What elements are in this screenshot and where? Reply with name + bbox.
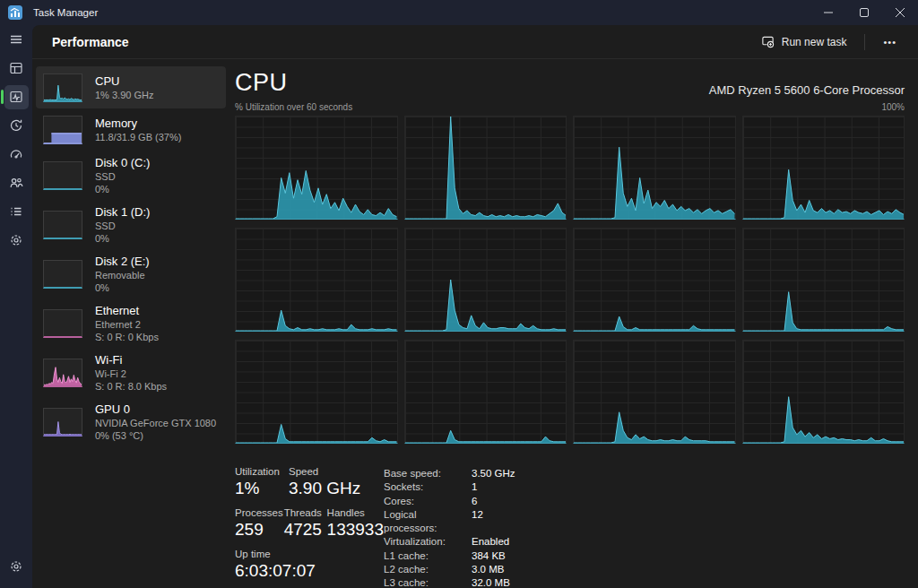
resource-item-wifi[interactable]: Wi-Fi Wi-Fi 2 S: 0 R: 8.0 Kbps xyxy=(36,348,226,397)
resource-item-disk2[interactable]: Disk 2 (E:) Removable 0% xyxy=(36,249,226,298)
logical-processor-graph[interactable] xyxy=(573,340,736,444)
resource-list: CPU 1% 3.90 GHz Memory 11.8/31.9 GB (37%… xyxy=(36,59,226,588)
cpu-utilization-area xyxy=(574,341,735,443)
settings-gear-icon xyxy=(9,559,23,574)
resource-subtitle: 11.8/31.9 GB (37%) xyxy=(95,131,181,143)
resource-title: Wi-Fi xyxy=(95,353,167,368)
spec-value: Enabled xyxy=(472,535,509,549)
logical-processor-graph[interactable] xyxy=(742,340,905,444)
disk2-thumbnail xyxy=(43,260,82,289)
spec-label: Cores: xyxy=(384,495,470,508)
logical-processor-graph[interactable] xyxy=(235,116,398,220)
sidebar-item-app-history[interactable] xyxy=(0,111,32,140)
sidebar-item-processes[interactable] xyxy=(0,54,32,82)
resource-title: Disk 0 (C:) xyxy=(95,156,150,170)
spec-label: L1 cache: xyxy=(384,549,470,563)
run-new-task-label: Run new task xyxy=(782,36,847,48)
wifi-sparkline xyxy=(44,359,82,385)
spec-label: Logical processors: xyxy=(384,508,470,536)
stat-label: Speed xyxy=(289,465,360,478)
logical-processor-graph[interactable] xyxy=(404,340,567,444)
cpu-utilization-area xyxy=(743,117,905,219)
spec-label: L2 cache: xyxy=(384,563,470,576)
sidebar-item-performance[interactable] xyxy=(0,82,32,111)
handles-value: 133933 xyxy=(327,519,384,540)
utilization-value: 1% xyxy=(235,478,289,498)
stat-label: Utilization xyxy=(235,465,289,478)
logical-processor-graph[interactable] xyxy=(404,228,567,332)
cpu-utilization-area xyxy=(405,341,567,443)
resource-item-disk1[interactable]: Disk 1 (D:) SSD 0% xyxy=(36,200,226,249)
cpu-stats: Utilization 1% Speed 3.90 GHz Processes … xyxy=(235,465,905,588)
app-icon xyxy=(8,5,22,20)
resource-heading: CPU xyxy=(235,68,288,97)
close-button[interactable] xyxy=(882,0,918,25)
header-divider xyxy=(864,34,865,50)
stat-label: Handles xyxy=(327,506,384,519)
details-list-icon xyxy=(9,204,23,219)
menu-toggle-button[interactable] xyxy=(0,25,32,54)
resource-item-cpu[interactable]: CPU 1% 3.90 GHz xyxy=(36,66,226,108)
task-manager-window: Task Manager xyxy=(0,0,918,588)
title-bar: Task Manager xyxy=(0,0,918,25)
stat-label: Up time xyxy=(235,548,316,560)
history-clock-icon xyxy=(9,118,23,133)
performance-icon xyxy=(9,90,23,104)
resource-title: Disk 1 (D:) xyxy=(95,205,150,220)
sidebar-item-startup-apps[interactable] xyxy=(0,140,32,169)
run-new-task-button[interactable]: Run new task xyxy=(752,30,856,53)
resource-item-gpu0[interactable]: GPU 0 NVIDIA GeForce GTX 1080 0% (53 °C) xyxy=(36,397,226,446)
spec-value: 1 xyxy=(472,480,477,494)
cpu-utilization-area xyxy=(574,229,735,331)
spec-value: 12 xyxy=(472,508,483,536)
processes-icon xyxy=(9,61,23,75)
page-header: Performance Run new task ••• xyxy=(32,25,918,59)
resource-item-disk0[interactable]: Disk 0 (C:) SSD 0% xyxy=(36,151,226,200)
gpu-sparkline xyxy=(44,409,82,435)
sidebar-item-services[interactable] xyxy=(0,226,32,255)
resource-item-memory[interactable]: Memory 11.8/31.9 GB (37%) xyxy=(36,108,226,151)
resource-title: Ethernet xyxy=(95,304,159,318)
cpu-utilization-area xyxy=(743,229,905,331)
resource-subtitle: 1% 3.90 GHz xyxy=(95,89,153,101)
logical-processor-graph[interactable] xyxy=(742,116,905,220)
sidebar-item-details[interactable] xyxy=(0,197,32,226)
processes-value: 259 xyxy=(235,519,284,540)
memory-composition-graph xyxy=(44,117,82,143)
logical-processor-graph[interactable] xyxy=(235,340,398,444)
resource-item-ethernet[interactable]: Ethernet Ethernet 2 S: 0 R: 0 Kbps xyxy=(36,298,226,348)
threads-value: 4725 xyxy=(284,519,327,540)
minimize-button[interactable] xyxy=(810,0,846,25)
navigation-rail xyxy=(0,25,32,588)
services-gear-icon xyxy=(9,233,23,247)
resource-title: Disk 2 (E:) xyxy=(95,255,150,269)
cpu-utilization-area xyxy=(743,341,905,443)
cpu-utilization-area xyxy=(574,117,735,219)
cpu-utilization-area xyxy=(405,229,567,331)
disk1-thumbnail xyxy=(43,211,82,239)
resource-title: GPU 0 xyxy=(95,402,216,417)
logical-processor-graph[interactable] xyxy=(573,116,736,220)
spec-value: 32.0 MB xyxy=(472,576,510,588)
logical-processor-graph[interactable] xyxy=(573,228,736,332)
memory-thumbnail xyxy=(43,116,82,144)
spec-value: 384 KB xyxy=(472,549,506,563)
cpu-utilization-area xyxy=(236,117,397,219)
resource-title: Memory xyxy=(95,117,181,131)
spec-value: 3.0 MB xyxy=(472,563,504,576)
hamburger-icon xyxy=(9,32,23,47)
chart-axis-label: % Utilization over 60 seconds xyxy=(235,102,352,112)
maximize-button[interactable] xyxy=(846,0,882,25)
settings-button[interactable] xyxy=(0,552,32,581)
cpu-core-grid xyxy=(235,116,905,444)
run-new-task-icon xyxy=(761,35,775,48)
logical-processor-graph[interactable] xyxy=(742,228,905,332)
logical-processor-graph[interactable] xyxy=(404,116,567,220)
chart-axis-max: 100% xyxy=(881,102,905,112)
window-title: Task Manager xyxy=(33,7,98,18)
stat-label: Processes xyxy=(235,506,284,519)
spec-label: Base speed: xyxy=(384,467,470,480)
sidebar-item-users[interactable] xyxy=(0,169,32,197)
logical-processor-graph[interactable] xyxy=(235,228,398,332)
more-options-button[interactable]: ••• xyxy=(874,33,905,51)
